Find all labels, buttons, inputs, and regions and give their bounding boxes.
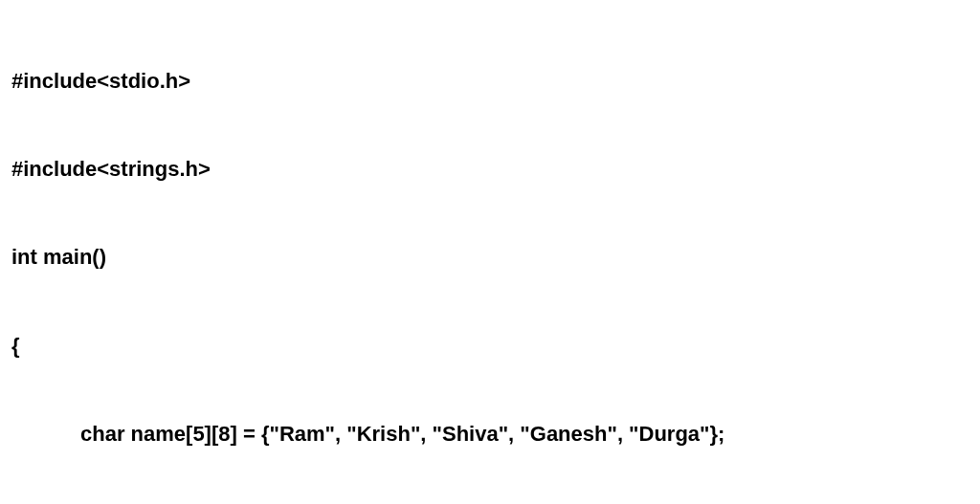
code-line-include-strings: #include<strings.h> [11,155,969,185]
code-line-char-name-array: char name[5][8] = {"Ram", "Krish", "Shiv… [11,420,969,449]
code-line-include-stdio: #include<stdio.h> [11,67,969,97]
code-block: #include<stdio.h> #include<strings.h> in… [11,8,969,504]
code-line-int-main: int main() [11,243,969,273]
code-line-open-brace: { [11,332,969,362]
